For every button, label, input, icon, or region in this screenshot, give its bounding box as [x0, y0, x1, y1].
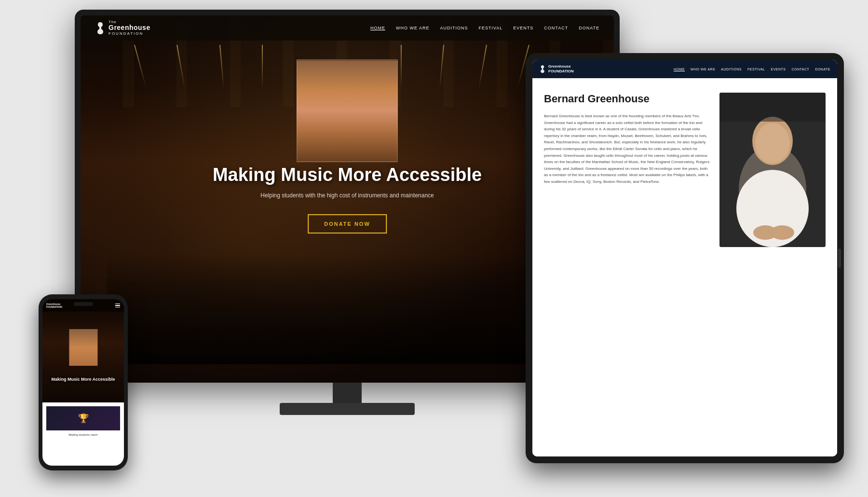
nav-link-festival[interactable]: FESTIVAL	[478, 26, 502, 30]
logo-foundation: FOUNDATION	[108, 32, 150, 36]
hero-content: Making Music More Accessible Helping stu…	[187, 165, 507, 233]
hero-subtitle: Helping students with the high cost of i…	[187, 191, 507, 200]
ceiling-light	[401, 45, 402, 89]
hamburger-menu-button[interactable]	[115, 304, 120, 308]
monitor-stand-base	[280, 403, 415, 415]
hamburger-line-3	[115, 307, 120, 308]
svg-rect-7	[719, 93, 826, 122]
tablet-logo-text: Greenhouse FOUNDATION	[548, 64, 574, 73]
tablet-nav-who-we-are[interactable]: WHO WE ARE	[691, 68, 715, 71]
tablet-frame: Greenhouse FOUNDATION HOME WHO WE ARE AU…	[526, 53, 844, 463]
desktop-navbar: The Greenhouse FOUNDATION HOME WHO WE AR…	[81, 15, 614, 41]
tablet-screen: Greenhouse FOUNDATION HOME WHO WE ARE AU…	[532, 60, 837, 456]
tablet-nav-contact[interactable]: CONTACT	[792, 68, 810, 71]
phone-logo-text: Greenhouse FOUNDATION	[46, 303, 62, 308]
logo-text-group: The Greenhouse FOUNDATION	[108, 20, 150, 36]
tablet-nav-festival[interactable]: FESTIVAL	[747, 68, 765, 71]
hero-title: Making Music More Accessible	[187, 165, 507, 185]
donate-now-button[interactable]: DONATE NOW	[308, 214, 387, 233]
desktop-logo: The Greenhouse FOUNDATION	[95, 20, 150, 36]
desktop-nav-links: HOME WHO WE ARE AUDITIONS FESTIVAL EVENT…	[370, 26, 599, 30]
tablet-nav-home[interactable]: HOME	[674, 68, 685, 71]
tablet-person-svg	[719, 93, 826, 247]
tablet-person-photo	[719, 93, 826, 247]
ceiling-light	[262, 45, 263, 89]
tablet-logo-icon	[539, 65, 546, 73]
nav-link-events[interactable]: EVENTS	[513, 26, 533, 30]
monitor-stand-neck	[333, 383, 362, 403]
tablet-device: Greenhouse FOUNDATION HOME WHO WE ARE AU…	[526, 53, 844, 463]
tablet-person-bio: Bernard Greenhouse is best known as one …	[544, 113, 710, 185]
phone-logo-foundation: FOUNDATION	[46, 305, 62, 308]
phone-website: Greenhouse FOUNDATION	[42, 299, 124, 466]
trophy-icon: 🏆	[78, 413, 89, 424]
tablet-person-name: Bernard Greenhouse	[544, 93, 710, 105]
tablet-website: Greenhouse FOUNDATION HOME WHO WE ARE AU…	[532, 60, 837, 456]
phone-hero-content: Making Music More Accessible	[46, 377, 120, 382]
nav-link-contact[interactable]: CONTACT	[544, 26, 568, 30]
tablet-content-area: Bernard Greenhouse Bernard Greenhouse is…	[532, 78, 837, 456]
phone-screen: Greenhouse FOUNDATION	[42, 299, 124, 466]
tablet-bio-section: Bernard Greenhouse Bernard Greenhouse is…	[544, 93, 710, 442]
tablet-nav-links: HOME WHO WE ARE AUDITIONS FESTIVAL EVENT…	[674, 68, 830, 71]
logo-greenhouse: Greenhouse	[108, 24, 150, 31]
orchestra-silhouette	[107, 254, 587, 364]
phone-trophy-box: 🏆	[46, 406, 120, 430]
tablet-nav-donate[interactable]: DONATE	[815, 68, 830, 71]
svg-point-3	[755, 123, 790, 164]
tablet-home-button[interactable]	[838, 248, 841, 268]
tablet-nav-events[interactable]: EVENTS	[771, 68, 786, 71]
tablet-navbar: Greenhouse FOUNDATION HOME WHO WE ARE AU…	[532, 60, 837, 78]
phone-stage-screen	[69, 329, 97, 366]
tablet-logo: Greenhouse FOUNDATION	[539, 64, 574, 73]
phone-notch	[74, 302, 93, 306]
hamburger-line-1	[115, 304, 120, 304]
nav-link-home[interactable]: HOME	[370, 26, 385, 30]
phone-frame: Greenhouse FOUNDATION	[39, 294, 128, 470]
nav-link-donate[interactable]: DONATE	[579, 26, 599, 30]
tablet-nav-auditions[interactable]: AUDITIONS	[721, 68, 742, 71]
phone-hero-title: Making Music More Accessible	[46, 377, 120, 382]
nav-link-auditions[interactable]: AUDITIONS	[440, 26, 468, 30]
nav-link-who-we-are[interactable]: WHO WE ARE	[396, 26, 430, 30]
tablet-logo-greenhouse: Greenhouse	[548, 64, 574, 69]
hamburger-line-2	[115, 305, 120, 306]
phone-device: Greenhouse FOUNDATION	[39, 294, 128, 470]
scene: The Greenhouse FOUNDATION HOME WHO WE AR…	[0, 0, 868, 497]
tablet-logo-foundation: FOUNDATION	[548, 69, 574, 74]
phone-caption: Making students reach	[46, 433, 120, 436]
svg-point-6	[770, 225, 794, 240]
stage-projection-screen	[297, 59, 398, 162]
logo-cello-icon	[95, 21, 106, 35]
phone-bottom-section: 🏆 Making students reach	[42, 402, 124, 466]
